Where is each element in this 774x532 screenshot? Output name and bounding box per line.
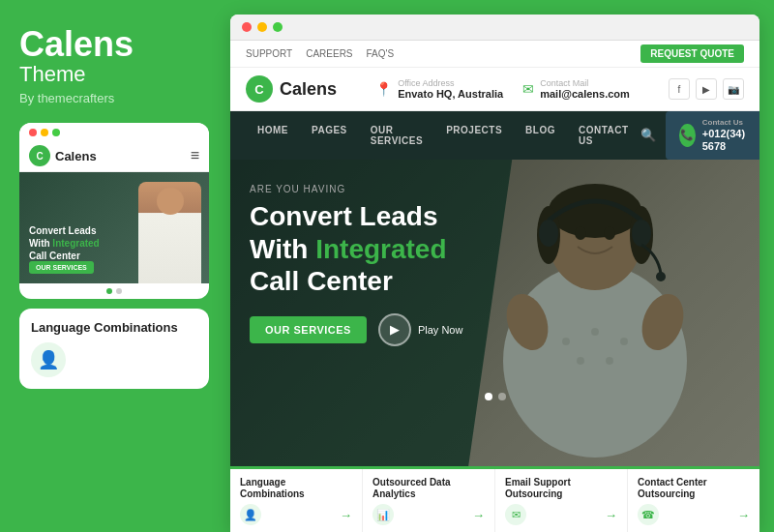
service-icon-row-4: ☎ → bbox=[638, 504, 750, 525]
hero-line2: With bbox=[250, 234, 308, 264]
mobile-logo: C Calens bbox=[29, 145, 97, 166]
mobile-navbar: C Calens ≡ bbox=[19, 140, 209, 172]
hero-line1: Convert Leads bbox=[250, 201, 438, 231]
brand-block: Calens Theme By themecrafters bbox=[19, 27, 211, 105]
slider-dot-2 bbox=[116, 288, 122, 294]
hero-slider-dots bbox=[485, 393, 506, 400]
request-quote-button[interactable]: REQUEST QUOTE bbox=[640, 44, 744, 63]
mobile-mockup-card: C Calens ≡ Convert Leads With Integrated… bbox=[19, 123, 209, 299]
mobile-card-dots bbox=[19, 123, 209, 140]
service-item-email[interactable]: Email SupportOutsourcing ✉ → bbox=[495, 469, 628, 532]
service-icon-row-2: 📊 → bbox=[372, 504, 485, 525]
browser-dot-red bbox=[242, 22, 252, 32]
site-header: C Calens 📍 Office Address Envato HQ, Aus… bbox=[230, 68, 759, 111]
service-item-contact[interactable]: Contact CenterOutsourcing ☎ → bbox=[628, 469, 759, 532]
our-services-button[interactable]: OUR SERVICES bbox=[250, 316, 367, 343]
hero-content: ARE YOU HAVING Convert Leads With Integr… bbox=[250, 184, 462, 346]
nav-projects[interactable]: PROJECTS bbox=[434, 115, 514, 156]
hero-pre-text: ARE YOU HAVING bbox=[250, 184, 462, 194]
dot-green bbox=[52, 129, 60, 136]
service-name-analytics: Outsourced DataAnalytics bbox=[372, 477, 485, 500]
nav-home[interactable]: HOME bbox=[246, 115, 300, 156]
play-button[interactable]: ▶ Play Now bbox=[378, 313, 462, 346]
play-label: Play Now bbox=[418, 324, 462, 336]
logo-icon: C bbox=[246, 75, 273, 103]
arrow-icon-2: → bbox=[472, 508, 485, 522]
email-icon: ✉ bbox=[505, 504, 526, 525]
person-icon: 👤 bbox=[240, 504, 261, 525]
mail-text: Contact Mail mail@calens.com bbox=[540, 78, 630, 100]
mobile-hero-section: Convert Leads With Integrated Call Cente… bbox=[19, 172, 209, 283]
arrow-icon-4: → bbox=[737, 508, 750, 522]
site-nav: HOME PAGES OUR SERVICES PROJECTS BLOG CO… bbox=[230, 111, 759, 160]
contact-us-button[interactable]: 📞 Contact Us +012(34) 5678 bbox=[666, 111, 759, 160]
mobile-person-head bbox=[157, 188, 184, 215]
phone-circle-icon: ☎ bbox=[638, 504, 659, 525]
hero-green-text: Integrated bbox=[315, 234, 446, 264]
hero-line3: Call Center bbox=[250, 266, 393, 296]
hero-actions: OUR SERVICES ▶ Play Now bbox=[250, 313, 462, 346]
contact-label: Contact Us bbox=[702, 118, 752, 128]
search-icon[interactable]: 🔍 bbox=[640, 128, 656, 142]
facebook-icon[interactable]: f bbox=[669, 78, 690, 100]
dot-yellow bbox=[41, 129, 48, 136]
nav-contact[interactable]: CONTACT US bbox=[567, 115, 640, 156]
mail-icon: ✉ bbox=[522, 81, 534, 97]
location-icon: 📍 bbox=[375, 81, 392, 97]
mobile-hero-text: Convert Leads With Integrated Call Cente… bbox=[29, 224, 100, 262]
browser-mockup: SUPPORT CAREERS FAQ'S REQUEST QUOTE C Ca… bbox=[230, 15, 759, 532]
mail-label: Contact Mail bbox=[540, 78, 630, 88]
mobile-hero-btn[interactable]: OUR SERVICES bbox=[29, 261, 94, 274]
service-name-email: Email SupportOutsourcing bbox=[505, 477, 617, 500]
arrow-icon-3: → bbox=[605, 508, 617, 522]
mail-value: mail@calens.com bbox=[540, 88, 630, 100]
nav-pages[interactable]: PAGES bbox=[300, 115, 359, 156]
mail-info: ✉ Contact Mail mail@calens.com bbox=[522, 78, 630, 100]
service-item-language[interactable]: LanguageCombinations 👤 → bbox=[230, 469, 363, 532]
social-icons: f ▶ 📷 bbox=[669, 78, 744, 100]
mobile-hero-green: Integrated bbox=[52, 238, 99, 249]
site-top-bar: SUPPORT CAREERS FAQ'S REQUEST QUOTE bbox=[230, 41, 759, 68]
service-item-analytics[interactable]: Outsourced DataAnalytics 📊 → bbox=[363, 469, 495, 532]
chart-icon: 📊 bbox=[372, 504, 394, 525]
hero-section: ARE YOU HAVING Convert Leads With Integr… bbox=[230, 160, 759, 466]
brand-subtitle: Theme bbox=[19, 62, 211, 87]
mobile-logo-text: Calens bbox=[55, 149, 97, 163]
brand-title: Calens bbox=[19, 27, 211, 62]
office-info: 📍 Office Address Envato HQ, Australia bbox=[375, 78, 503, 100]
mobile-person bbox=[138, 182, 201, 283]
top-link-faq[interactable]: FAQ'S bbox=[367, 48, 395, 59]
nav-our-services[interactable]: OUR SERVICES bbox=[359, 115, 434, 156]
phone-icon: 📞 bbox=[679, 124, 696, 147]
browser-dot-green bbox=[273, 22, 283, 32]
top-link-support[interactable]: SUPPORT bbox=[246, 48, 292, 59]
mobile-logo-icon: C bbox=[29, 145, 50, 166]
youtube-icon[interactable]: ▶ bbox=[696, 78, 717, 100]
top-link-careers[interactable]: CAREERS bbox=[306, 48, 352, 59]
dot-red bbox=[29, 129, 37, 136]
service-icon-row-1: 👤 → bbox=[240, 504, 352, 525]
nav-blog[interactable]: BLOG bbox=[514, 115, 567, 156]
contact-phone: +012(34) 5678 bbox=[702, 128, 752, 153]
play-circle-icon: ▶ bbox=[378, 313, 411, 346]
left-panel: Calens Theme By themecrafters C Calens ≡ bbox=[0, 0, 230, 532]
hero-dot-1 bbox=[485, 393, 492, 400]
header-info: 📍 Office Address Envato HQ, Australia ✉ … bbox=[375, 78, 630, 100]
instagram-icon[interactable]: 📷 bbox=[723, 78, 744, 100]
top-bar-links: SUPPORT CAREERS FAQ'S bbox=[246, 48, 394, 59]
office-label: Office Address bbox=[398, 78, 503, 88]
office-text: Office Address Envato HQ, Australia bbox=[398, 78, 503, 100]
arrow-icon-1: → bbox=[340, 508, 352, 522]
services-bar: LanguageCombinations 👤 → Outsourced Data… bbox=[230, 466, 759, 532]
mobile-card2: Language Combinations 👤 bbox=[19, 309, 209, 389]
office-value: Envato HQ, Australia bbox=[398, 88, 503, 100]
mobile-card2-title: Language Combinations bbox=[31, 320, 197, 335]
brand-by: By themecrafters bbox=[19, 91, 211, 105]
service-name-contact: Contact CenterOutsourcing bbox=[638, 477, 750, 500]
slider-dot-1 bbox=[106, 288, 112, 294]
nav-links: HOME PAGES OUR SERVICES PROJECTS BLOG CO… bbox=[246, 115, 640, 156]
hero-dot-2 bbox=[498, 393, 506, 400]
logo-text: Calens bbox=[280, 79, 337, 100]
mobile-slider-dots bbox=[19, 283, 209, 299]
hamburger-icon[interactable]: ≡ bbox=[191, 147, 199, 164]
